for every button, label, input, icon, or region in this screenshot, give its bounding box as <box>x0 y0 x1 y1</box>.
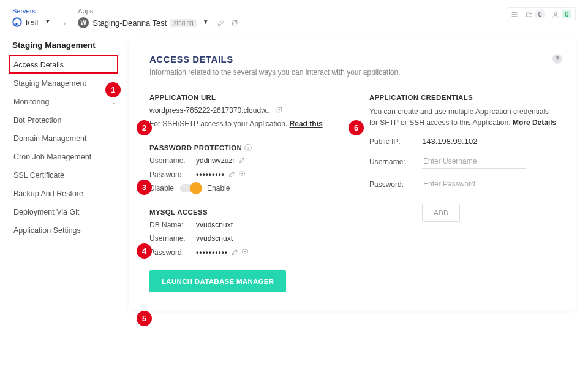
pwd-password-label: Password: <box>149 170 196 179</box>
annotation-1: 1 <box>105 82 121 97</box>
digitalocean-icon <box>12 17 22 27</box>
servers-label: Servers <box>12 7 51 15</box>
list-view-icon[interactable] <box>511 11 518 18</box>
chevron-down-icon: ⌄ <box>111 99 116 105</box>
panel-subtitle: Information related to the several ways … <box>149 68 559 77</box>
right-column: APPLICATION CREDENTIALS You can create a… <box>369 94 559 292</box>
pwd-password-value: ••••••••• <box>196 170 225 179</box>
sidebar-item-access-details[interactable]: Access Details <box>12 56 118 74</box>
external-link-icon[interactable] <box>276 106 283 115</box>
app-name: Staging-Deanna Test <box>92 18 167 28</box>
creds-username-label: Username: <box>369 158 422 166</box>
sidebar: Staging Management Access Details Stagin… <box>12 40 123 240</box>
staging-tag: staging <box>170 19 196 27</box>
sidebar-title: Staging Management <box>12 40 118 50</box>
publicip-value: 143.198.99.102 <box>422 137 477 146</box>
chevron-down-icon: ▼ <box>45 18 51 25</box>
svg-rect-2 <box>511 12 517 13</box>
help-icon[interactable]: ? <box>552 54 562 64</box>
external-link-icon[interactable] <box>231 19 238 26</box>
server-selector[interactable]: test ▼ <box>12 17 51 27</box>
add-credential-button[interactable]: ADD <box>422 204 460 222</box>
creds-username-input[interactable] <box>422 154 526 169</box>
section-mysql-access: MYSQL ACCESS <box>149 208 339 216</box>
panel-title: ACCESS DETAILS <box>149 54 559 64</box>
main: Staging Management Access Details Stagin… <box>0 28 588 322</box>
sidebar-item-app-settings[interactable]: Application Settings <box>12 221 118 240</box>
mysql-dbname-label: DB Name: <box>149 221 196 229</box>
toggle-disable-label: Disable <box>149 184 174 192</box>
pencil-icon[interactable] <box>232 248 239 257</box>
apps-label: Apps <box>78 7 238 15</box>
left-column: APPLICATION URL wordpress-765222-2617370… <box>149 94 339 292</box>
annotation-3: 3 <box>137 180 152 195</box>
section-application-url: APPLICATION URL <box>149 94 339 101</box>
section-application-credentials: APPLICATION CREDENTIALS <box>369 94 559 101</box>
pwd-username-label: Username: <box>149 156 196 165</box>
app-selector[interactable]: W Staging-Deanna Test staging ▼ <box>78 17 238 28</box>
application-url-value: wordpress-765222-2617370.cloudw... <box>149 106 272 115</box>
mysql-password-value: •••••••••• <box>196 248 228 257</box>
eye-icon[interactable] <box>238 170 246 179</box>
sidebar-item-deployment[interactable]: Deployment Via Git <box>12 203 118 221</box>
folder-count[interactable]: 0 <box>526 10 545 18</box>
toggle-enable-label: Enable <box>207 184 230 192</box>
annotation-4: 4 <box>137 243 152 259</box>
publicip-label: Public IP: <box>369 137 422 146</box>
section-password-protection: PASSWORD PROTECTION i <box>149 144 339 151</box>
svg-rect-1 <box>15 23 17 25</box>
header: Servers test ▼ › Apps W Staging-Deanna T… <box>0 0 588 28</box>
server-name: test <box>26 18 39 27</box>
svg-rect-4 <box>511 16 517 17</box>
chevron-down-icon: ▼ <box>203 18 209 25</box>
svg-point-0 <box>13 18 21 26</box>
annotation-6: 6 <box>349 120 364 135</box>
ssh-note: For SSH/SFTP access to your Application. <box>149 120 287 128</box>
user-count[interactable]: 0 <box>552 10 571 18</box>
pencil-icon[interactable] <box>238 156 246 165</box>
sidebar-item-monitoring[interactable]: Monitoring⌄ <box>12 93 118 111</box>
more-details-link[interactable]: More Details <box>513 118 556 127</box>
sidebar-item-staging-management[interactable]: Staging Management <box>12 74 118 93</box>
breadcrumb-separator: › <box>63 18 66 28</box>
svg-point-9 <box>244 251 246 252</box>
eye-icon[interactable] <box>241 248 249 257</box>
mysql-dbname-value: vvudscnuxt <box>196 221 233 229</box>
mysql-username-value: vvudscnuxt <box>196 234 233 243</box>
svg-point-5 <box>554 12 557 15</box>
pencil-icon[interactable] <box>228 170 236 179</box>
sidebar-item-domain-management[interactable]: Domain Management <box>12 129 118 148</box>
breadcrumb-servers: Servers test ▼ <box>12 7 51 27</box>
wordpress-icon: W <box>78 17 89 28</box>
header-right-toolbar: 0 0 <box>507 7 576 21</box>
creds-password-input[interactable] <box>422 177 526 191</box>
sidebar-item-bot-protection[interactable]: Bot Protection <box>12 111 118 129</box>
breadcrumb-apps: Apps W Staging-Deanna Test staging ▼ <box>78 7 238 28</box>
annotation-5: 5 <box>137 311 152 326</box>
svg-point-7 <box>241 173 243 174</box>
panel: ? ACCESS DETAILS Information related to … <box>129 40 576 310</box>
info-icon[interactable]: i <box>244 144 252 151</box>
pwd-username-value: yddnwvzuzr <box>196 156 235 165</box>
svg-rect-3 <box>511 14 517 15</box>
mysql-username-label: Username: <box>149 234 196 243</box>
sidebar-item-backup[interactable]: Backup And Restore <box>12 185 118 203</box>
creds-password-label: Password: <box>369 180 422 189</box>
read-this-link[interactable]: Read this <box>290 120 323 128</box>
pencil-icon[interactable] <box>217 19 225 26</box>
annotation-2: 2 <box>137 120 152 135</box>
sidebar-item-ssl[interactable]: SSL Certificate <box>12 166 118 185</box>
mysql-password-label: Password: <box>149 248 196 257</box>
sidebar-item-cron-job[interactable]: Cron Job Management <box>12 148 118 166</box>
password-protection-toggle[interactable] <box>180 184 201 192</box>
launch-database-manager-button[interactable]: LAUNCH DATABASE MANAGER <box>149 270 286 292</box>
